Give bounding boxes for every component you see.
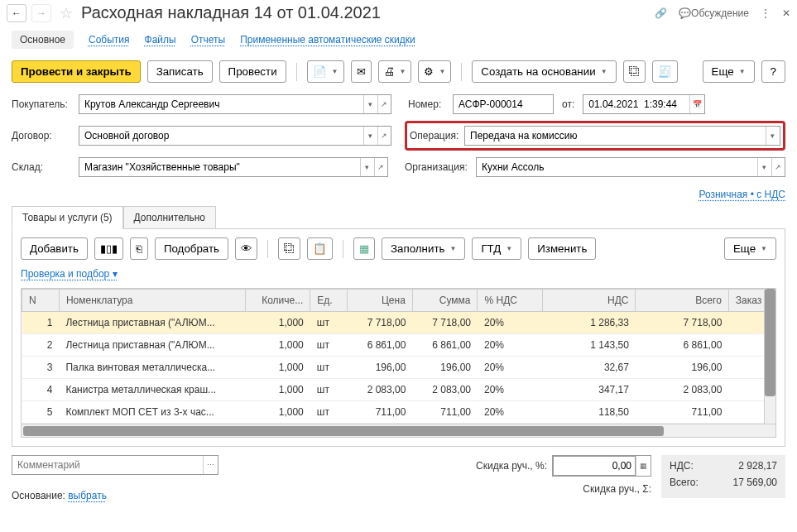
disc-pct-field[interactable]: ▦ bbox=[552, 455, 651, 477]
tab-reports[interactable]: Отчеты bbox=[191, 34, 225, 46]
excel-button[interactable]: ▦ bbox=[353, 237, 375, 260]
vertical-scrollbar[interactable] bbox=[764, 289, 775, 424]
buyer-field[interactable]: ▾ ↗ bbox=[79, 94, 391, 114]
col-nomen[interactable]: Номенклатура bbox=[59, 290, 245, 312]
more-goods-button[interactable]: Еще▼ bbox=[724, 237, 776, 260]
horizontal-scrollbar[interactable] bbox=[22, 424, 775, 437]
structure-button[interactable]: ⿻ bbox=[623, 60, 646, 83]
comment-field[interactable]: ⋯ bbox=[12, 455, 218, 475]
create-base-button[interactable]: Создать на основании▼ bbox=[472, 60, 616, 83]
fill-button[interactable]: Заполнить▼ bbox=[382, 237, 465, 260]
col-qty[interactable]: Количе... bbox=[245, 290, 310, 312]
close-icon[interactable]: ✕ bbox=[782, 7, 790, 19]
contract-input[interactable] bbox=[79, 127, 363, 145]
retail-vat-link[interactable]: Розничная • с НДС bbox=[699, 189, 785, 200]
print-button[interactable]: 🖨▼ bbox=[378, 60, 412, 83]
table-row[interactable]: 1Лестница приставная ("АЛЮМ...1,000шт7 7… bbox=[22, 312, 775, 334]
scan-icon: ⎗ bbox=[136, 242, 142, 255]
email-button[interactable]: ✉ bbox=[351, 60, 372, 83]
buyer-input[interactable] bbox=[79, 95, 363, 113]
doc-action-button[interactable]: 📄▼ bbox=[307, 60, 344, 83]
buyer-label: Покупатель: bbox=[12, 98, 74, 110]
change-button[interactable]: Изменить bbox=[528, 237, 596, 260]
table-row[interactable]: 5Комплект МОП СЕТ из 3-х час...1,000шт71… bbox=[22, 401, 775, 424]
number-label: Номер: bbox=[408, 98, 448, 110]
receipt-button[interactable]: 🧾 bbox=[652, 60, 678, 83]
barcode-button[interactable]: ▮▯▮ bbox=[94, 237, 123, 260]
table-row[interactable]: 4Канистра металлическая краш...1,000шт2 … bbox=[22, 379, 775, 401]
open-icon[interactable]: ↗ bbox=[771, 158, 785, 176]
paste-button[interactable]: 📋 bbox=[307, 237, 333, 260]
tab-files[interactable]: Файлы bbox=[145, 34, 176, 46]
paste-icon: 📋 bbox=[313, 242, 327, 255]
date-field[interactable]: 📅 bbox=[583, 94, 705, 114]
col-price[interactable]: Цена bbox=[348, 290, 413, 312]
number-input[interactable] bbox=[454, 95, 553, 113]
col-vatpct[interactable]: % НДС bbox=[478, 290, 543, 312]
open-icon[interactable]: ↗ bbox=[377, 127, 391, 145]
more-button[interactable]: Еще▼ bbox=[703, 60, 755, 83]
more-label: Еще bbox=[712, 65, 734, 78]
create-base-label: Создать на основании bbox=[481, 65, 595, 78]
dropdown-icon[interactable]: ▾ bbox=[360, 158, 373, 176]
col-vat[interactable]: НДС bbox=[543, 290, 636, 312]
tab-discounts[interactable]: Примененные автоматические скидки bbox=[240, 34, 415, 46]
warehouse-input[interactable] bbox=[79, 158, 360, 176]
calc-icon[interactable]: ▦ bbox=[636, 456, 651, 476]
copy-button[interactable]: ⿻ bbox=[278, 237, 300, 260]
gtd-button[interactable]: ГТД▼ bbox=[472, 237, 521, 260]
save-button[interactable]: Записать bbox=[147, 60, 213, 83]
tab-extra[interactable]: Дополнительно bbox=[123, 206, 216, 229]
dropdown-icon[interactable]: ▾ bbox=[766, 127, 780, 145]
footer: ⋯ Основание: выбрать Скидка руч., %: ▦ С… bbox=[0, 447, 797, 510]
dropdown-icon[interactable]: ▾ bbox=[757, 158, 771, 176]
check-pick-link[interactable]: Проверка и подбор ▾ bbox=[21, 268, 118, 280]
warehouse-field[interactable]: ▾ ↗ bbox=[79, 157, 388, 177]
post-button[interactable]: Провести bbox=[219, 60, 286, 83]
scan-button[interactable]: ⎗ bbox=[130, 237, 148, 260]
table-row[interactable]: 2Лестница приставная ("АЛЮМ...1,000шт6 8… bbox=[22, 334, 775, 357]
kebab-menu-icon[interactable]: ⋮ bbox=[761, 7, 771, 19]
nav-back-button[interactable]: ← bbox=[7, 4, 26, 22]
contract-label: Договор: bbox=[12, 130, 74, 141]
base-label: Основание: bbox=[12, 490, 65, 501]
discuss-button[interactable]: 💬 Обсуждение bbox=[679, 7, 749, 19]
add-button[interactable]: Добавить bbox=[21, 237, 88, 260]
calendar-icon[interactable]: 📅 bbox=[689, 95, 704, 113]
org-input[interactable] bbox=[477, 158, 757, 176]
date-input[interactable] bbox=[583, 95, 689, 113]
post-and-close-button[interactable]: Провести и закрыть bbox=[12, 60, 141, 83]
contract-field[interactable]: ▾ ↗ bbox=[79, 126, 391, 146]
table-row[interactable]: 3Палка винтовая металлическа...1,000шт19… bbox=[22, 357, 775, 379]
link-icon[interactable]: 🔗 bbox=[655, 7, 667, 19]
operation-input[interactable] bbox=[465, 127, 766, 145]
col-total[interactable]: Всего bbox=[636, 290, 728, 312]
favorite-star-icon[interactable]: ☆ bbox=[60, 4, 73, 22]
col-sum[interactable]: Сумма bbox=[412, 290, 478, 312]
dropdown-icon[interactable]: ▾ bbox=[363, 127, 377, 145]
view-button[interactable]: 👁 bbox=[235, 237, 257, 260]
disc-pct-input[interactable] bbox=[553, 456, 636, 476]
number-field[interactable] bbox=[453, 94, 554, 114]
col-unit[interactable]: Ед. bbox=[310, 290, 348, 312]
nav-forward-button[interactable]: → bbox=[31, 4, 51, 22]
operation-field[interactable]: ▾ bbox=[464, 126, 780, 146]
dropdown-icon[interactable]: ▾ bbox=[363, 95, 377, 113]
col-n[interactable]: N bbox=[22, 290, 60, 312]
open-icon[interactable]: ↗ bbox=[374, 158, 387, 176]
org-field[interactable]: ▾ ↗ bbox=[476, 157, 785, 177]
tab-main[interactable]: Основное bbox=[12, 31, 74, 49]
help-button[interactable]: ? bbox=[761, 60, 785, 83]
base-link[interactable]: выбрать bbox=[68, 490, 107, 501]
titlebar: ← → ☆ Расходная накладная 14 от 01.04.20… bbox=[0, 0, 797, 26]
settings-button[interactable]: ⚙▼ bbox=[418, 60, 451, 83]
main-toolbar: Провести и закрыть Записать Провести 📄▼ … bbox=[0, 57, 797, 91]
separator bbox=[461, 63, 462, 81]
tab-goods[interactable]: Товары и услуги (5) bbox=[12, 206, 123, 229]
eye-icon: 👁 bbox=[241, 242, 252, 255]
open-icon[interactable]: ↗ bbox=[377, 95, 391, 113]
tab-events[interactable]: События bbox=[89, 34, 130, 46]
pick-button[interactable]: Подобрать bbox=[155, 237, 228, 260]
ellipsis-icon[interactable]: ⋯ bbox=[203, 456, 218, 474]
comment-input[interactable] bbox=[12, 456, 203, 474]
